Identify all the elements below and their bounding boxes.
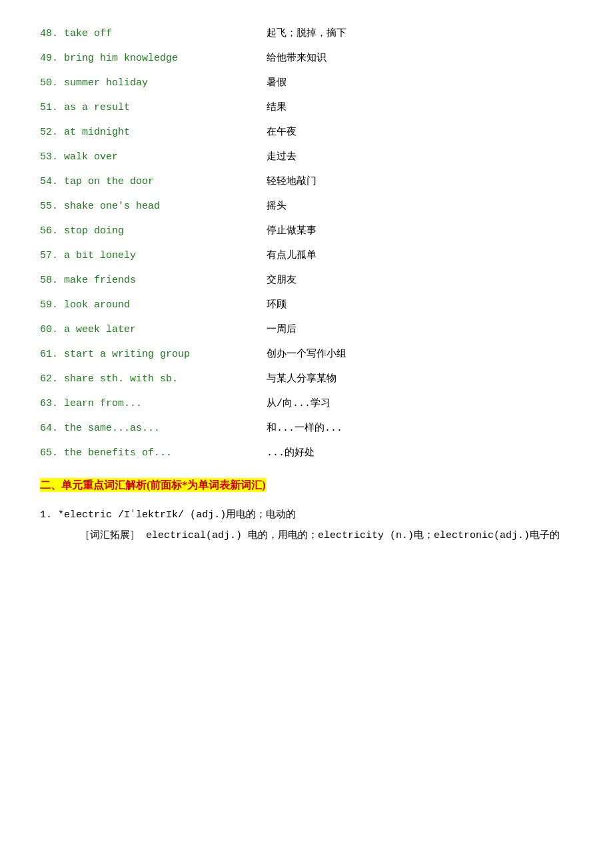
phrase-item: 65. the benefits of......的好处 <box>40 446 573 459</box>
phrase-chinese: 和...一样的... <box>267 421 342 434</box>
phrase-chinese: 在午夜 <box>267 125 297 138</box>
phrase-english: 48. take off <box>40 28 267 39</box>
phrase-english: 60. a week later <box>40 324 267 335</box>
phrase-english: 51. as a result <box>40 102 267 113</box>
phrase-chinese: ...的好处 <box>267 446 314 459</box>
phrase-item: 64. the same...as...和...一样的... <box>40 421 573 434</box>
phrase-item: 54. tap on the door轻轻地敲门 <box>40 175 573 187</box>
phrase-item: 60. a week later一周后 <box>40 323 573 335</box>
phrase-english: 52. at midnight <box>40 127 267 138</box>
phrase-english: 50. summer holiday <box>40 77 267 89</box>
phrase-chinese: 轻轻地敲门 <box>267 175 316 187</box>
phrase-chinese: 一周后 <box>267 323 297 335</box>
phrase-item: 49. bring him knowledge给他带来知识 <box>40 51 573 64</box>
phrase-english: 57. a bit lonely <box>40 250 267 261</box>
phrase-english: 63. learn from... <box>40 398 267 409</box>
phrase-chinese: 停止做某事 <box>267 224 316 237</box>
phrase-chinese: 与某人分享某物 <box>267 372 336 385</box>
phrase-item: 55. shake one's head摇头 <box>40 199 573 212</box>
phrase-list: 48. take off起飞；脱掉，摘下49. bring him knowle… <box>40 27 573 459</box>
phrase-english: 64. the same...as... <box>40 423 267 434</box>
phrase-chinese: 起飞；脱掉，摘下 <box>267 27 346 39</box>
phrase-chinese: 结果 <box>267 101 287 113</box>
phrase-item: 52. at midnight在午夜 <box>40 125 573 138</box>
phrase-chinese: 环顾 <box>267 298 287 311</box>
phrase-english: 53. walk over <box>40 151 267 163</box>
phrase-english: 62. share sth. with sb. <box>40 373 267 385</box>
phrase-item: 51. as a result结果 <box>40 101 573 113</box>
phrase-english: 61. start a writing group <box>40 349 267 360</box>
phrase-english: 56. stop doing <box>40 225 267 237</box>
phrase-english: 65. the benefits of... <box>40 447 267 459</box>
vocab-main: 1. *electric /ɪˈlektrɪk/ (adj.)用电的；电动的 <box>40 506 573 524</box>
phrase-item: 56. stop doing停止做某事 <box>40 224 573 237</box>
phrase-english: 55. shake one's head <box>40 201 267 212</box>
phrase-item: 62. share sth. with sb.与某人分享某物 <box>40 372 573 385</box>
phrase-item: 61. start a writing group创办一个写作小组 <box>40 347 573 360</box>
vocab-list: 1. *electric /ɪˈlektrɪk/ (adj.)用电的；电动的［词… <box>40 506 573 545</box>
phrase-chinese: 走过去 <box>267 150 297 163</box>
phrase-item: 53. walk over走过去 <box>40 150 573 163</box>
phrase-item: 58. make friends交朋友 <box>40 273 573 286</box>
phrase-item: 59. look around环顾 <box>40 298 573 311</box>
phrase-chinese: 暑假 <box>267 76 287 89</box>
phrase-item: 48. take off起飞；脱掉，摘下 <box>40 27 573 39</box>
phrase-item: 50. summer holiday暑假 <box>40 76 573 89</box>
vocab-note: ［词汇拓展］ electrical(adj.) 电的，用电的；electrici… <box>80 527 573 545</box>
phrase-chinese: 摇头 <box>267 199 287 212</box>
phrase-chinese: 给他带来知识 <box>267 51 326 64</box>
phrase-english: 54. tap on the door <box>40 176 267 187</box>
phrase-chinese: 有点儿孤单 <box>267 249 316 261</box>
phrase-chinese: 创办一个写作小组 <box>267 347 346 360</box>
phrase-english: 58. make friends <box>40 275 267 286</box>
phrase-english: 59. look around <box>40 299 267 311</box>
phrase-chinese: 从/向...学习 <box>267 397 330 409</box>
section2-title: 二、单元重点词汇解析(前面标*为单词表新词汇) <box>40 478 266 492</box>
vocab-entry: 1. *electric /ɪˈlektrɪk/ (adj.)用电的；电动的［词… <box>40 506 573 545</box>
section2-header: 二、单元重点词汇解析(前面标*为单词表新词汇) <box>40 479 573 493</box>
phrase-chinese: 交朋友 <box>267 273 297 286</box>
phrase-item: 63. learn from...从/向...学习 <box>40 397 573 409</box>
phrase-item: 57. a bit lonely有点儿孤单 <box>40 249 573 261</box>
phrase-english: 49. bring him knowledge <box>40 53 267 64</box>
